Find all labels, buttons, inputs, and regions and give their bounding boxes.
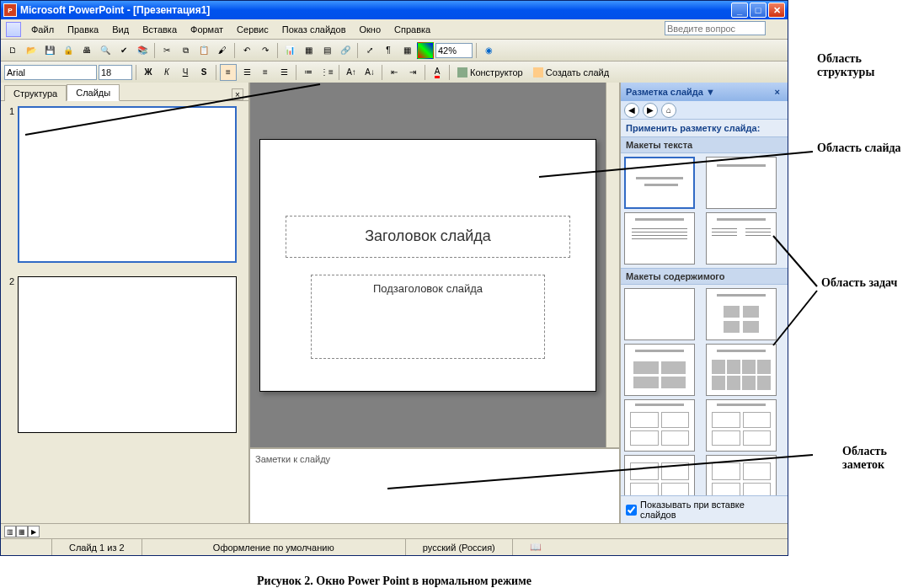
save-icon[interactable]: 💾	[41, 42, 58, 59]
expand-icon[interactable]: ⤢	[361, 42, 378, 59]
research-icon[interactable]: 📚	[134, 42, 151, 59]
menu-slideshow[interactable]: Показ слайдов	[275, 23, 353, 36]
section-content-layouts: Макеты содержимого	[621, 268, 788, 285]
numbered-list-icon[interactable]: ≔	[300, 64, 317, 81]
show-on-insert-checkbox[interactable]	[626, 505, 637, 516]
format-painter-icon[interactable]: 🖌	[214, 42, 231, 59]
new-icon[interactable]: 🗋	[4, 42, 21, 59]
slide-canvas[interactable]: Заголовок слайда Подзаголовок слайда	[259, 139, 596, 392]
paste-icon[interactable]: 📋	[195, 42, 212, 59]
taskpane-close-icon[interactable]: ×	[772, 87, 782, 97]
tables-borders-icon[interactable]: ▤	[318, 42, 335, 59]
layout-row-a[interactable]	[624, 455, 695, 495]
nav-back-icon[interactable]: ◀	[624, 103, 639, 118]
chart-icon[interactable]: 📊	[281, 42, 298, 59]
italic-icon[interactable]: К	[158, 64, 175, 81]
open-icon[interactable]: 📂	[23, 42, 40, 59]
notes-pane[interactable]: Заметки к слайду	[250, 447, 619, 523]
layout-title-content[interactable]	[624, 344, 695, 396]
hyperlink-icon[interactable]: 🔗	[337, 42, 354, 59]
nav-home-icon[interactable]: ⌂	[661, 103, 676, 118]
layout-title-text[interactable]	[624, 212, 695, 265]
grid-icon[interactable]: ▦	[398, 42, 415, 59]
spell-icon[interactable]: ✔	[115, 42, 132, 59]
sorter-view-icon[interactable]: ▦	[16, 526, 28, 537]
layout-title-slide[interactable]	[624, 157, 695, 209]
preview-icon[interactable]: 🔍	[97, 42, 114, 59]
underline-icon[interactable]: Ч	[177, 64, 194, 81]
title-placeholder[interactable]: Заголовок слайда	[286, 216, 570, 258]
align-left-icon[interactable]: ≡	[220, 64, 237, 81]
copy-icon[interactable]: ⧉	[177, 42, 194, 59]
decrease-font-icon[interactable]: A↓	[361, 64, 378, 81]
designer-button[interactable]: Конструктор	[453, 64, 527, 81]
nav-forward-icon[interactable]: ▶	[643, 103, 658, 118]
layouts-grid	[621, 153, 788, 268]
justify-icon[interactable]: ☰	[275, 64, 292, 81]
slideshow-view-icon[interactable]: ▶	[28, 526, 40, 537]
menu-help[interactable]: Справка	[387, 23, 437, 36]
redo-icon[interactable]: ↷	[257, 42, 274, 59]
permission-icon[interactable]: 🔒	[60, 42, 77, 59]
minimize-button[interactable]: _	[731, 3, 748, 18]
status-language: русский (Россия)	[405, 539, 512, 555]
layout-blank[interactable]	[624, 288, 695, 340]
slide-thumbnail-1[interactable]	[18, 106, 237, 263]
layout-two-text[interactable]	[706, 212, 777, 265]
bold-icon[interactable]: Ж	[140, 64, 157, 81]
font-color-icon[interactable]: A	[429, 64, 446, 81]
menu-view[interactable]: Вид	[105, 23, 136, 36]
menu-service[interactable]: Сервис	[230, 23, 275, 36]
cut-icon[interactable]: ✂	[158, 42, 175, 59]
pane-close-icon[interactable]: ×	[232, 88, 243, 100]
increase-font-icon[interactable]: A↑	[343, 64, 360, 81]
align-right-icon[interactable]: ≡	[257, 64, 274, 81]
close-button[interactable]: ✕	[768, 3, 785, 18]
font-select[interactable]	[4, 65, 97, 80]
layout-two-content[interactable]	[706, 344, 777, 396]
slide-editor[interactable]: Заголовок слайда Подзаголовок слайда	[250, 83, 606, 447]
outline-pane: Структура Слайды × 1 2	[1, 83, 250, 523]
menu-insert[interactable]: Вставка	[136, 23, 184, 36]
new-slide-button[interactable]: Создать слайд	[529, 64, 613, 81]
font-size-select[interactable]	[99, 65, 132, 80]
color-grayscale-icon[interactable]	[417, 42, 434, 59]
show-formatting-icon[interactable]: ¶	[380, 42, 397, 59]
maximize-button[interactable]: □	[750, 3, 766, 18]
increase-indent-icon[interactable]: ⇥	[404, 64, 421, 81]
thumbnails-list[interactable]: 1 2	[1, 101, 248, 523]
menu-file[interactable]: Файл	[24, 23, 61, 36]
annot-slide: Область слайда	[817, 142, 901, 155]
normal-view-icon[interactable]: ▥	[4, 526, 16, 537]
subtitle-placeholder[interactable]: Подзаголовок слайда	[311, 275, 545, 359]
undo-icon[interactable]: ↶	[238, 42, 255, 59]
bullet-list-icon[interactable]: ⋮≡	[318, 64, 335, 81]
menu-window[interactable]: Окно	[353, 23, 388, 36]
taskpane-header: Разметка слайда ▼ ×	[621, 83, 788, 101]
align-center-icon[interactable]: ☰	[238, 64, 255, 81]
titlebar: P Microsoft PowerPoint - [Презентация1] …	[1, 1, 788, 19]
vertical-scrollbar[interactable]	[606, 83, 619, 447]
layout-four-content[interactable]	[624, 399, 695, 452]
tab-structure[interactable]: Структура	[4, 85, 67, 101]
layout-four-content-2[interactable]	[706, 399, 777, 452]
menu-format[interactable]: Формат	[184, 23, 230, 36]
zoom-select[interactable]	[435, 43, 473, 58]
decrease-indent-icon[interactable]: ⇤	[386, 64, 403, 81]
menu-edit[interactable]: Правка	[61, 23, 105, 36]
annot-outline: Область структуры	[817, 52, 908, 79]
help-icon[interactable]: ◉	[480, 42, 497, 59]
ask-input[interactable]	[665, 21, 766, 35]
status-spelling-icon[interactable]: 📖	[512, 539, 558, 555]
layout-row-b[interactable]	[706, 455, 777, 495]
layout-title-only[interactable]	[706, 157, 777, 209]
layout-content[interactable]	[706, 288, 777, 340]
print-icon[interactable]: 🖶	[78, 42, 95, 59]
tab-slides[interactable]: Слайды	[67, 84, 120, 101]
slide-thumbnail-2[interactable]	[18, 276, 237, 433]
taskpane-dropdown-icon[interactable]: ▼	[703, 87, 718, 97]
table-icon[interactable]: ▦	[300, 42, 317, 59]
doc-window-icon[interactable]	[6, 22, 21, 37]
drawing-toolbar: ▥ ▦ ▶	[1, 523, 788, 538]
shadow-icon[interactable]: S	[195, 64, 212, 81]
